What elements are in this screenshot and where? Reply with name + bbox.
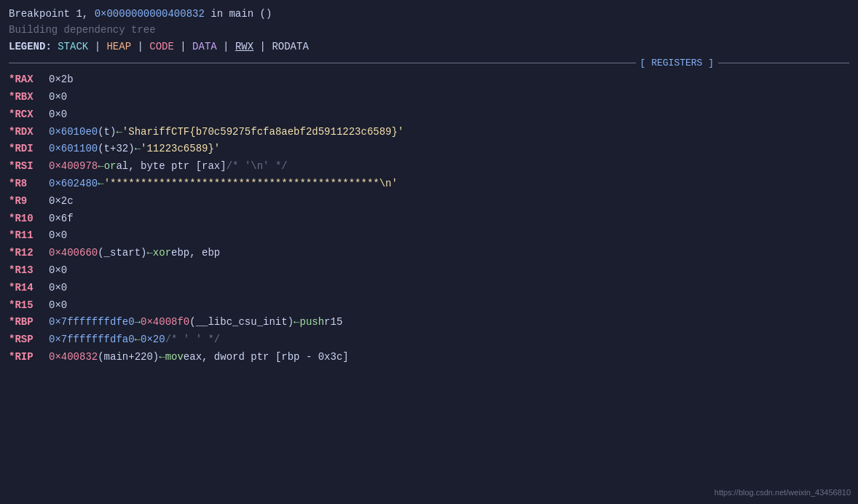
reg-addr-rsp: 0×7fffffffdfа0 bbox=[49, 331, 135, 349]
reg-addr-r8: 0×602480 bbox=[49, 176, 98, 193]
reg-addr-rdx: 0×6010e0 bbox=[49, 124, 98, 141]
reg-name-rbx: *RBX bbox=[9, 89, 49, 106]
reg-name-r15: *R15 bbox=[9, 297, 49, 315]
building-line: Building dependency tree bbox=[9, 22, 849, 38]
reg-val-r10: 0×6f bbox=[49, 210, 74, 228]
legend-sep5: | bbox=[253, 39, 272, 55]
reg-extra-r12: (_start) bbox=[98, 245, 146, 262]
breakpoint-parens: () bbox=[253, 6, 272, 22]
register-r11: *R11 0×0 bbox=[9, 227, 849, 245]
register-r8: *R8 0×602480 ← '************************… bbox=[9, 176, 849, 193]
legend-line: LEGEND: STACK | HEAP | CODE | DATA | RWX… bbox=[9, 39, 849, 55]
register-rbx: *RBX 0×0 bbox=[9, 89, 849, 106]
breakpoint-in: in bbox=[205, 6, 229, 22]
reg-addr1-rbp: 0×7fffffffdfe0 bbox=[49, 314, 135, 331]
reg-name-rsp: *RSP bbox=[9, 331, 49, 349]
reg-string-r8: '***************************************… bbox=[104, 176, 398, 193]
reg-val2-rsp: 0×20 bbox=[141, 331, 165, 349]
register-r12: *R12 0×400660 (_start) ← xor ebp, ebp bbox=[9, 245, 849, 262]
legend-rwx: RWX bbox=[235, 39, 253, 55]
register-rip: *RIP 0×400832 (main+220) ← mov eax, dwor… bbox=[9, 349, 849, 366]
reg-asm-mov: mov bbox=[165, 349, 184, 366]
watermark: https://blog.csdn.net/weixin_43456810 bbox=[715, 488, 851, 497]
reg-arrow-rdx: ← bbox=[116, 124, 122, 141]
reg-name-rsi: *RSI bbox=[9, 158, 49, 176]
reg-string-rdx: 'ShariffCTF{b70c59275fcfa8aebf2d5911223c… bbox=[122, 124, 404, 141]
reg-val-r14: 0×0 bbox=[49, 280, 67, 297]
register-rax: *RAX 0×2b bbox=[9, 71, 849, 89]
reg-arrow-rsp: ← bbox=[135, 331, 141, 349]
registers-divider: [ REGISTERS ] bbox=[9, 58, 849, 68]
register-rdi: *RDI 0×601100 (t+32) ← '11223c6589}' bbox=[9, 141, 849, 158]
reg-extra2-rbp: (__libc_csu_init) bbox=[189, 314, 294, 331]
reg-comment-rsp: /* ' ' */ bbox=[165, 331, 221, 349]
reg-name-r11: *R11 bbox=[9, 227, 49, 245]
reg-arrow-rdi: ← bbox=[135, 141, 141, 158]
reg-arrow-rsi: ← bbox=[98, 158, 103, 176]
register-rsp: *RSP 0×7fffffffdfа0 ← 0×20 /* ' ' */ bbox=[9, 331, 849, 349]
reg-asm-rest-rbp: r15 bbox=[324, 314, 342, 331]
reg-addr-r12: 0×400660 bbox=[49, 245, 98, 262]
register-r10: *R10 0×6f bbox=[9, 210, 849, 228]
breakpoint-addr: 0×0000000000400832 bbox=[95, 6, 205, 22]
reg-name-r12: *R12 bbox=[9, 245, 49, 262]
legend-sep3: | bbox=[174, 39, 192, 55]
legend-sep1: | bbox=[88, 39, 106, 55]
legend-sep2: | bbox=[131, 39, 149, 55]
legend-rodata: RODATA bbox=[272, 39, 308, 55]
reg-name-r10: *R10 bbox=[9, 210, 49, 228]
reg-arrow-rip: ← bbox=[159, 349, 165, 366]
reg-asm-rest-rip: eax, dword ptr [rbp - 0x3c] bbox=[184, 349, 349, 366]
reg-asm-xor: xor bbox=[153, 245, 171, 262]
register-r9: *R9 0×2c bbox=[9, 193, 849, 210]
reg-name-rcx: *RCX bbox=[9, 106, 49, 124]
reg-val-r15: 0×0 bbox=[49, 297, 67, 315]
breakpoint-line: Breakpoint 1, 0×0000000000400832 in main… bbox=[9, 6, 849, 22]
reg-addr-rip: 0×400832 bbox=[49, 349, 98, 366]
reg-arrow-r12: ← bbox=[146, 245, 152, 262]
reg-arrow-r8: ← bbox=[98, 176, 103, 193]
register-rcx: *RCX 0×0 bbox=[9, 106, 849, 124]
register-rsi: *RSI 0×400978 ← or al, byte ptr [rax] /*… bbox=[9, 158, 849, 176]
reg-name-rax: *RAX bbox=[9, 71, 49, 89]
divider-right bbox=[718, 63, 849, 63]
reg-string-rdi: '11223c6589}' bbox=[141, 141, 220, 158]
reg-name-rdi: *RDI bbox=[9, 141, 49, 158]
register-rbp: *RBP 0×7fffffffdfe0 → 0×4008f0 (__libc_c… bbox=[9, 314, 849, 331]
legend-stack: STACK bbox=[58, 39, 88, 55]
legend-label: LEGEND: bbox=[9, 39, 58, 55]
register-r13: *R13 0×0 bbox=[9, 262, 849, 280]
reg-addr2-rbp: 0×4008f0 bbox=[141, 314, 189, 331]
reg-asm-mid-rsi: al, byte ptr [rax] bbox=[116, 158, 226, 176]
reg-addr-rsi: 0×400978 bbox=[49, 158, 98, 176]
register-r15: *R15 0×0 bbox=[9, 297, 849, 315]
legend-sep4: | bbox=[217, 39, 235, 55]
reg-name-r13: *R13 bbox=[9, 262, 49, 280]
registers-header-text: [ REGISTERS ] bbox=[636, 58, 718, 68]
breakpoint-func: main bbox=[229, 6, 253, 22]
reg-asm-push: push bbox=[299, 314, 324, 331]
reg-name-rbp: *RBP bbox=[9, 314, 49, 331]
breakpoint-text: Breakpoint 1, bbox=[9, 6, 95, 22]
reg-comment-rsi: /* '\n' */ bbox=[227, 158, 288, 176]
reg-name-r8: *R8 bbox=[9, 176, 49, 193]
reg-arrow2-rbp: ← bbox=[294, 314, 299, 331]
legend-heap: HEAP bbox=[106, 39, 131, 55]
reg-val-r13: 0×0 bbox=[49, 262, 67, 280]
legend-data: DATA bbox=[192, 39, 217, 55]
register-rdx: *RDX 0×6010e0 (t) ← 'ShariffCTF{b70c5927… bbox=[9, 124, 849, 141]
reg-asm-rest-r12: ebp, ebp bbox=[171, 245, 220, 262]
reg-name-r14: *R14 bbox=[9, 280, 49, 297]
reg-extra-rip: (main+220) bbox=[98, 349, 159, 366]
reg-val-r11: 0×0 bbox=[49, 227, 67, 245]
legend-code: CODE bbox=[149, 39, 174, 55]
register-r14: *R14 0×0 bbox=[9, 280, 849, 297]
building-text: Building dependency tree bbox=[9, 22, 156, 38]
reg-name-rip: *RIP bbox=[9, 349, 49, 366]
reg-name-r9: *R9 bbox=[9, 193, 49, 210]
divider-left bbox=[9, 63, 636, 63]
reg-val-rbx: 0×0 bbox=[49, 89, 67, 106]
reg-extra-rdx: (t) bbox=[98, 124, 116, 141]
reg-val-rcx: 0×0 bbox=[49, 106, 67, 124]
reg-extra-rdi: (t+32) bbox=[98, 141, 134, 158]
